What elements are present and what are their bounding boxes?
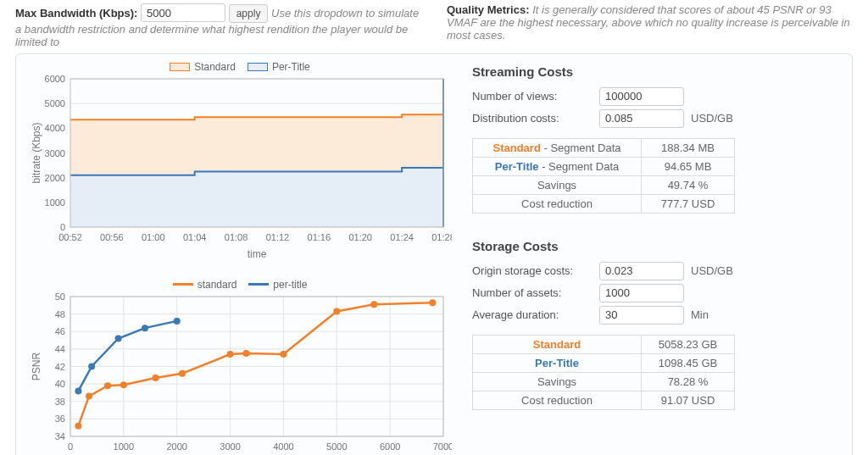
svg-point-78 — [174, 317, 181, 324]
svg-text:46: 46 — [55, 326, 65, 336]
svg-text:5000: 5000 — [45, 98, 65, 108]
svg-text:42: 42 — [55, 361, 65, 371]
svg-text:PSNR: PSNR — [31, 352, 42, 380]
svg-text:01:08: 01:08 — [225, 232, 248, 242]
top-bar: Max Bandwidth (Kbps): apply Use this dro… — [15, 3, 853, 48]
streaming-results-table: Standard - Segment Data188.34 MBPer-Titl… — [472, 138, 735, 214]
row-label: Per-Title - Segment Data — [473, 157, 642, 175]
svg-text:1000: 1000 — [114, 441, 134, 452]
origin-cost-input[interactable] — [599, 262, 684, 280]
svg-text:2000: 2000 — [45, 172, 65, 182]
svg-point-63 — [86, 392, 92, 399]
assets-input[interactable] — [599, 284, 684, 302]
table-row: Per-Title - Segment Data94.65 MB — [473, 157, 735, 175]
table-row: Savings49.74 % — [473, 175, 735, 194]
table-row: Cost reduction91.07 USD — [473, 391, 735, 409]
row-value: 777.7 USD — [642, 194, 735, 213]
svg-text:time: time — [248, 248, 267, 260]
svg-point-75 — [88, 363, 95, 369]
svg-text:01:12: 01:12 — [266, 232, 290, 242]
svg-point-64 — [104, 382, 111, 389]
duration-unit: Min — [691, 308, 709, 321]
dist-costs-label: Distribution costs: — [472, 112, 599, 125]
chart2-svg: 3436384042444648500100020003000400050006… — [28, 292, 452, 456]
table-row: Standard5058.23 GB — [473, 335, 735, 353]
row-value: 1098.45 GB — [642, 353, 735, 372]
legend-swatch-standard — [170, 63, 190, 71]
row-value: 94.65 MB — [642, 157, 735, 175]
svg-text:0: 0 — [68, 441, 73, 452]
streaming-costs-block: Streaming Costs Number of views: Distrib… — [467, 64, 840, 214]
svg-point-74 — [75, 387, 81, 394]
views-label: Number of views: — [472, 90, 599, 103]
svg-point-71 — [333, 308, 340, 314]
bitrate-time-chart: Standard Per-Title 010002000300040005000… — [28, 61, 452, 264]
row-label: Standard - Segment Data — [473, 138, 642, 157]
row-value: 78.28 % — [642, 372, 735, 391]
chart1-svg: 010002000300040005000600000:5200:5601:00… — [28, 75, 452, 261]
row-value: 188.34 MB — [642, 138, 735, 157]
svg-point-68 — [227, 351, 234, 358]
duration-label: Average duration: — [472, 308, 599, 321]
svg-point-72 — [370, 301, 377, 308]
svg-text:2000: 2000 — [166, 441, 186, 452]
svg-text:00:56: 00:56 — [100, 232, 124, 242]
quality-metrics-label: Quality Metrics: — [447, 3, 530, 16]
max-bandwidth-label: Max Bandwidth (Kbps): — [15, 7, 137, 19]
table-row: Cost reduction777.7 USD — [473, 194, 735, 213]
svg-point-73 — [429, 299, 436, 306]
legend-label: Standard — [194, 61, 236, 73]
psnr-bitrate-chart: standard per-title 343638404244464850010… — [28, 279, 452, 456]
svg-text:5000: 5000 — [326, 441, 347, 452]
dist-costs-unit: USD/GB — [691, 112, 733, 125]
row-value: 49.74 % — [642, 175, 735, 194]
row-label: Cost reduction — [473, 194, 642, 213]
legend-swatch-per-title — [248, 63, 268, 71]
svg-point-67 — [179, 369, 186, 376]
streaming-heading: Streaming Costs — [472, 64, 840, 79]
row-label: Savings — [473, 372, 642, 391]
svg-point-76 — [115, 335, 122, 341]
legend-swatch-per-title — [248, 283, 269, 286]
row-label: Savings — [473, 175, 642, 194]
max-bandwidth-input[interactable] — [141, 3, 225, 22]
svg-text:6000: 6000 — [45, 75, 65, 84]
svg-text:0: 0 — [60, 222, 65, 232]
svg-text:01:04: 01:04 — [183, 232, 207, 242]
svg-point-62 — [75, 422, 81, 429]
main-panel: Standard Per-Title 010002000300040005000… — [15, 53, 853, 456]
svg-text:4000: 4000 — [45, 123, 65, 133]
legend-label: per-title — [273, 279, 307, 291]
svg-text:01:20: 01:20 — [348, 232, 372, 242]
legend-swatch-standard — [173, 283, 193, 286]
svg-text:48: 48 — [55, 308, 65, 319]
table-row: Savings78.28 % — [473, 372, 735, 391]
chart2-legend: standard per-title — [28, 279, 452, 291]
svg-text:40: 40 — [55, 379, 65, 389]
row-value: 91.07 USD — [642, 391, 735, 409]
svg-text:3000: 3000 — [220, 441, 240, 452]
svg-point-70 — [280, 351, 287, 358]
views-input[interactable] — [599, 87, 684, 106]
svg-text:50: 50 — [55, 292, 65, 302]
duration-input[interactable] — [599, 306, 684, 325]
storage-heading: Storage Costs — [472, 239, 840, 253]
svg-text:01:16: 01:16 — [308, 232, 331, 242]
row-label: Cost reduction — [473, 391, 642, 409]
chart1-legend: Standard Per-Title — [28, 61, 452, 73]
table-row: Standard - Segment Data188.34 MB — [473, 138, 735, 157]
svg-text:7000: 7000 — [433, 441, 452, 452]
storage-costs-block: Storage Costs Origin storage costs: USD/… — [467, 239, 840, 410]
origin-cost-unit: USD/GB — [691, 264, 733, 277]
row-label: Per-Title — [473, 353, 642, 372]
apply-button[interactable]: apply — [229, 4, 269, 23]
dist-costs-input[interactable] — [599, 109, 684, 128]
svg-text:36: 36 — [55, 413, 65, 424]
svg-text:38: 38 — [55, 396, 65, 406]
svg-text:01:28: 01:28 — [431, 232, 452, 242]
assets-label: Number of assets: — [472, 286, 599, 299]
svg-text:01:24: 01:24 — [390, 232, 414, 242]
table-row: Per-Title1098.45 GB — [473, 353, 735, 372]
svg-text:34: 34 — [55, 431, 65, 441]
legend-label: Per-Title — [272, 61, 310, 73]
